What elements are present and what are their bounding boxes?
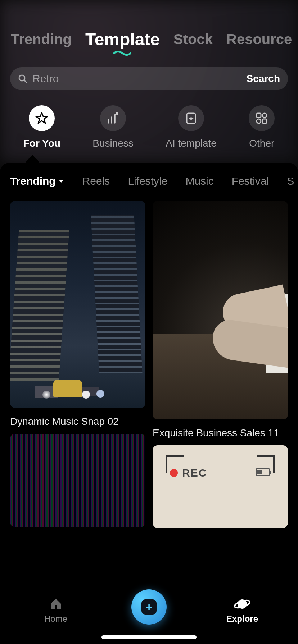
svg-rect-5 xyxy=(257,119,261,123)
divider xyxy=(239,72,239,85)
sparkle-card-icon xyxy=(185,112,197,125)
header-nav: Trending Template Stock Resource xyxy=(0,0,298,49)
search-button[interactable]: Search xyxy=(247,73,280,84)
create-button[interactable]: + xyxy=(131,589,167,625)
grid-icon xyxy=(256,112,268,124)
filter-festival[interactable]: Festival xyxy=(232,175,269,187)
template-grid[interactable]: Dynamic Music Snap 02 Exquisite Business… xyxy=(0,187,298,528)
template-thumbnail xyxy=(153,201,288,419)
category-circle xyxy=(178,105,204,131)
home-icon xyxy=(49,597,63,611)
record-dot-icon xyxy=(170,469,178,477)
planet-icon xyxy=(234,597,251,611)
star-icon xyxy=(35,111,49,125)
template-thumbnail xyxy=(10,201,145,408)
tab-template-label: Template xyxy=(85,30,160,49)
category-business[interactable]: Business xyxy=(92,105,134,149)
search-input[interactable] xyxy=(32,73,232,85)
filter-reels[interactable]: Reels xyxy=(82,175,110,187)
search-bar: Search xyxy=(10,67,288,90)
grid-column-left: Dynamic Music Snap 02 xyxy=(10,201,145,528)
category-label: For You xyxy=(23,138,60,149)
active-tab-underline-icon xyxy=(113,51,131,56)
category-for-you[interactable]: For You xyxy=(23,105,60,149)
chevron-down-icon xyxy=(58,179,64,184)
filter-trending[interactable]: Trending xyxy=(10,175,64,187)
category-circle xyxy=(249,105,275,131)
home-indicator[interactable] xyxy=(101,635,197,639)
category-label: Other xyxy=(249,138,274,149)
tab-template[interactable]: Template xyxy=(85,29,160,49)
plus-icon: + xyxy=(141,599,157,615)
rec-label: REC xyxy=(182,467,207,479)
tab-stock[interactable]: Stock xyxy=(173,31,213,47)
category-row: For You Business AI template Other xyxy=(0,105,298,149)
filter-label: Trending xyxy=(10,175,56,187)
svg-rect-3 xyxy=(257,113,261,118)
category-circle xyxy=(100,105,126,131)
battery-icon xyxy=(256,468,270,476)
nav-label: Explore xyxy=(226,614,258,624)
template-card[interactable] xyxy=(10,434,145,527)
template-thumbnail xyxy=(10,434,145,527)
template-title: Exquisite Business Sales 11 xyxy=(153,426,288,439)
template-card[interactable] xyxy=(153,201,288,419)
tab-resource[interactable]: Resource xyxy=(226,31,292,47)
nav-label: Home xyxy=(44,614,67,624)
category-label: AI template xyxy=(166,138,217,149)
svg-line-1 xyxy=(24,80,27,83)
template-card[interactable] xyxy=(10,201,145,408)
nav-explore[interactable]: Explore xyxy=(206,597,278,624)
category-circle xyxy=(29,105,55,131)
category-label: Business xyxy=(92,138,134,149)
grid-column-right: Exquisite Business Sales 11 REC xyxy=(153,201,288,528)
template-card[interactable]: REC xyxy=(153,445,288,528)
template-thumbnail: REC xyxy=(153,445,288,528)
nav-home[interactable]: Home xyxy=(20,597,92,624)
template-title: Dynamic Music Snap 02 xyxy=(10,414,145,427)
filter-more[interactable]: S xyxy=(287,175,294,187)
filter-lifestyle[interactable]: Lifestyle xyxy=(128,175,167,187)
chart-icon xyxy=(107,112,119,124)
category-other[interactable]: Other xyxy=(249,105,275,149)
svg-rect-7 xyxy=(55,605,57,610)
search-icon xyxy=(18,74,27,83)
svg-rect-6 xyxy=(262,119,267,123)
tab-trending[interactable]: Trending xyxy=(11,31,72,47)
filter-music[interactable]: Music xyxy=(185,175,213,187)
content-sheet: Trending Reels Lifestyle Music Festival … xyxy=(0,163,298,594)
svg-rect-4 xyxy=(262,113,267,118)
filter-row[interactable]: Trending Reels Lifestyle Music Festival … xyxy=(0,175,298,187)
category-ai-template[interactable]: AI template xyxy=(166,105,217,149)
